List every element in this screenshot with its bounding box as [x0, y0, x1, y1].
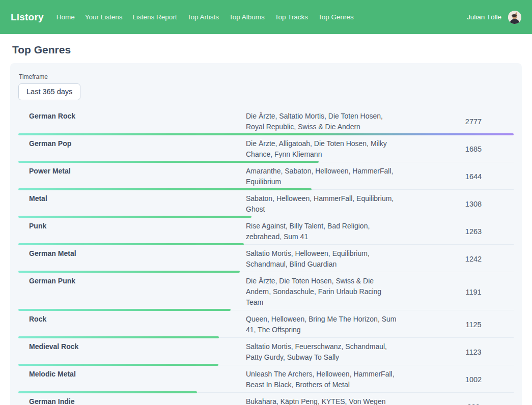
nav-item-your-listens[interactable]: Your Listens: [85, 13, 123, 21]
genre-listen-count: 2777: [433, 111, 514, 132]
genre-artists: Unleash The Archers, Helloween, HammerFa…: [246, 369, 397, 390]
genre-bar: [18, 188, 312, 190]
genre-name: German Punk: [18, 276, 246, 308]
genre-name: Medieval Rock: [18, 341, 246, 363]
main-nav: HomeYour ListensListens ReportTop Artist…: [57, 13, 467, 21]
genre-row: Melodic Metal Unleash The Archers, Hello…: [18, 366, 514, 393]
genre-bar: [18, 271, 240, 273]
genre-bar-track: [18, 271, 514, 273]
genre-name: German Rock: [18, 111, 246, 132]
genre-artists: Saltatio Mortis, Helloween, Equilibrium,…: [246, 248, 397, 270]
genre-bar: [18, 309, 231, 311]
genre-name: German Metal: [18, 248, 246, 270]
genre-name: Rock: [18, 314, 246, 335]
nav-item-home[interactable]: Home: [57, 13, 75, 21]
genre-bar-track: [18, 133, 514, 135]
app-header: Listory HomeYour ListensListens ReportTo…: [0, 0, 532, 34]
nav-item-top-tracks[interactable]: Top Tracks: [275, 13, 308, 21]
genre-row: Power Metal Amaranthe, Sabaton, Hellowee…: [18, 163, 514, 190]
genre-artists: Rise Against, Billy Talent, Bad Religion…: [246, 221, 397, 242]
genre-bar-track: [18, 188, 514, 190]
genre-row: German Metal Saltatio Mortis, Helloween,…: [18, 245, 514, 273]
main-content: Top Genres Timeframe Last 365 days Germa…: [0, 44, 532, 405]
genre-bar: [18, 364, 218, 366]
genre-name: Punk: [18, 221, 246, 242]
page-title: Top Genres: [12, 44, 520, 56]
genre-listen-count: 1002: [433, 369, 514, 390]
timeframe-label: Timeframe: [19, 73, 514, 80]
nav-item-top-albums[interactable]: Top Albums: [229, 13, 265, 21]
genre-listen-count: 1242: [433, 248, 514, 270]
genre-row: German Punk Die Ärzte, Die Toten Hosen, …: [18, 273, 514, 311]
genre-name: Metal: [18, 193, 246, 215]
genre-listen-count: 1191: [433, 276, 514, 308]
genre-name: Power Metal: [18, 166, 246, 187]
nav-item-listens-report[interactable]: Listens Report: [133, 13, 177, 21]
genre-artists: Sabaton, Helloween, HammerFall, Equilibr…: [246, 193, 397, 215]
genre-name: German Pop: [18, 138, 246, 160]
genre-bar: [18, 336, 219, 338]
nav-item-top-genres[interactable]: Top Genres: [318, 13, 354, 21]
user-menu[interactable]: Julian Tölle: [467, 11, 521, 24]
app-logo[interactable]: Listory: [11, 12, 44, 23]
genre-row: Medieval Rock Saltatio Mortis, Feuerschw…: [18, 338, 514, 366]
genre-table: German Rock Die Ärzte, Saltatio Mortis, …: [18, 108, 514, 405]
genre-row: Rock Queen, Helloween, Bring Me The Hori…: [18, 311, 514, 338]
genre-name: Melodic Metal: [18, 369, 246, 390]
genre-artists: Die Ärzte, Alligatoah, Die Toten Hosen, …: [246, 138, 397, 160]
genre-listen-count: 1263: [433, 221, 514, 242]
genre-artists: Die Ärzte, Die Toten Hosen, Swiss & Die …: [246, 276, 397, 308]
genre-bar-track: [18, 364, 514, 366]
genre-bar-track: [18, 243, 514, 245]
genre-name: German Indie: [18, 396, 246, 405]
genre-artists: Queen, Helloween, Bring Me The Horizon, …: [246, 314, 397, 335]
genre-bar: [18, 243, 244, 245]
genre-row: Metal Sabaton, Helloween, HammerFall, Eq…: [18, 190, 514, 218]
genre-row: German Rock Die Ärzte, Saltatio Mortis, …: [18, 108, 514, 135]
user-name: Julian Tölle: [467, 13, 501, 21]
genre-listen-count: 1123: [433, 341, 514, 363]
genre-listen-count: 1308: [433, 193, 514, 215]
avatar-photo-icon: [508, 11, 521, 24]
user-avatar[interactable]: [508, 11, 521, 24]
genre-bar-track: [18, 216, 514, 218]
genre-row: German Indie Bukahara, Käptn Peng, KYTES…: [18, 393, 514, 405]
genre-bar: [18, 161, 319, 163]
nav-item-top-artists[interactable]: Top Artists: [187, 13, 219, 21]
genre-listen-count: 1644: [433, 166, 514, 187]
genre-bar-track: [18, 336, 514, 338]
top-genres-card: Timeframe Last 365 days German Rock Die …: [10, 63, 522, 405]
genre-listen-count: 926: [433, 396, 514, 405]
genre-row: German Pop Die Ärzte, Alligatoah, Die To…: [18, 135, 514, 163]
genre-bar-track: [18, 391, 514, 393]
genre-bar: [18, 391, 197, 393]
genre-bar-track: [18, 161, 514, 163]
genre-artists: Die Ärzte, Saltatio Mortis, Die Toten Ho…: [246, 111, 397, 132]
genre-artists: Bukahara, Käptn Peng, KYTES, Von Wegen L…: [246, 396, 397, 405]
genre-bar-track: [18, 309, 514, 311]
genre-artists: Saltatio Mortis, Feuerschwanz, Schandmau…: [246, 341, 397, 363]
genre-row: Punk Rise Against, Billy Talent, Bad Rel…: [18, 218, 514, 245]
genre-bar: [18, 216, 251, 218]
genre-artists: Amaranthe, Sabaton, Helloween, HammerFal…: [246, 166, 397, 187]
genre-listen-count: 1125: [433, 314, 514, 335]
genre-listen-count: 1685: [433, 138, 514, 160]
genre-bar: [18, 133, 514, 135]
timeframe-select[interactable]: Last 365 days: [18, 83, 80, 100]
